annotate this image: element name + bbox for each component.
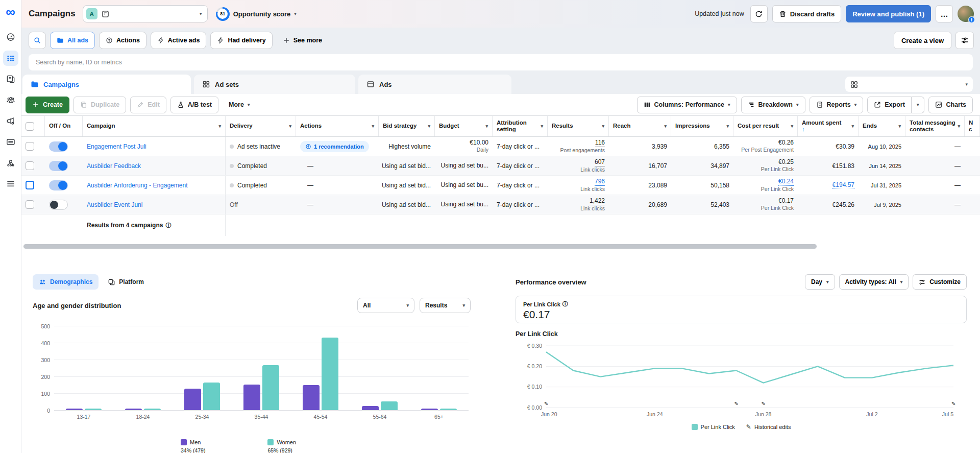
more-options-button[interactable]: … bbox=[936, 5, 953, 22]
sidebar-item-events-manager[interactable] bbox=[3, 155, 18, 171]
activity-types-select[interactable]: Activity types: All▾ bbox=[839, 274, 909, 290]
opportunity-score[interactable]: 81 Opportunity score ▾ bbox=[216, 7, 297, 21]
filter-all-ads[interactable]: All ads bbox=[50, 32, 95, 49]
campaign-toggle[interactable] bbox=[49, 180, 68, 190]
bar-women-18-24[interactable] bbox=[144, 409, 161, 410]
column-header-off-on[interactable]: Off / On bbox=[45, 116, 83, 136]
chevron-down-icon[interactable]: ▾ bbox=[849, 124, 854, 129]
bar-men-35-44[interactable] bbox=[243, 385, 260, 410]
row-checkbox[interactable] bbox=[26, 181, 34, 189]
column-header-bid-strategy[interactable]: Bid strategy▾ bbox=[379, 116, 435, 136]
bar-men-45-54[interactable] bbox=[303, 385, 320, 410]
tab-campaigns[interactable]: Campaigns bbox=[22, 75, 191, 94]
chevron-down-icon[interactable]: ▾ bbox=[370, 124, 374, 129]
bar-men-25-34[interactable] bbox=[184, 389, 201, 410]
avatar[interactable]: f bbox=[958, 6, 974, 22]
row-checkbox[interactable] bbox=[26, 161, 34, 170]
tab-ad-sets[interactable]: Ad sets bbox=[194, 75, 355, 94]
bar-women-35-44[interactable] bbox=[262, 365, 279, 410]
customize-button[interactable]: Customize bbox=[913, 274, 967, 290]
results-number[interactable]: 116 bbox=[595, 139, 605, 147]
breakdown-button[interactable]: Breakdown▾ bbox=[741, 97, 805, 113]
tab-ads[interactable]: Ads bbox=[358, 75, 511, 94]
column-header-campaign[interactable]: Campaign▾ bbox=[83, 116, 226, 136]
sidebar-item-ad-account-overview[interactable] bbox=[3, 30, 18, 45]
edit-button[interactable]: Edit bbox=[130, 97, 166, 113]
chevron-down-icon[interactable]: ▾ bbox=[216, 124, 221, 129]
sidebar-item-all-tools[interactable] bbox=[3, 176, 18, 192]
campaign-name-link[interactable]: Ausbilder Event Juni bbox=[87, 201, 142, 208]
chevron-down-icon[interactable]: ▾ bbox=[662, 124, 667, 129]
search-input[interactable] bbox=[29, 54, 973, 70]
campaign-name-link[interactable]: Engagement Post Juli bbox=[87, 143, 146, 150]
export-caret-button[interactable]: ▾ bbox=[912, 97, 925, 113]
campaign-toggle[interactable] bbox=[49, 141, 68, 152]
export-button[interactable]: Export bbox=[867, 97, 912, 113]
chevron-down-icon[interactable]: ▾ bbox=[426, 124, 430, 129]
tab-platform[interactable]: Platform bbox=[102, 274, 150, 290]
campaign-name-link[interactable]: Ausbilder Anforderung - Engagement bbox=[87, 182, 187, 189]
sidebar-item-audiences[interactable] bbox=[3, 92, 18, 108]
chevron-down-icon[interactable]: ▾ bbox=[483, 124, 488, 129]
charts-button[interactable]: Charts bbox=[928, 97, 973, 113]
filter-active-ads[interactable]: Active ads bbox=[151, 32, 207, 49]
bar-men-65+[interactable] bbox=[421, 409, 438, 410]
results-number[interactable]: 1,422 bbox=[590, 197, 605, 205]
day-select[interactable]: Day▾ bbox=[805, 274, 835, 290]
metric-card-per-link-click[interactable]: Per Link Click ⓘ €0.17 bbox=[516, 296, 967, 323]
create-button[interactable]: Create bbox=[26, 97, 69, 113]
filter-actions[interactable]: Actions bbox=[99, 32, 146, 49]
more-button[interactable]: More▾ bbox=[223, 97, 256, 113]
recommendation-pill[interactable]: 1 recommendation bbox=[300, 141, 369, 152]
select-all-checkbox[interactable] bbox=[26, 122, 34, 131]
tab-demographics[interactable]: Demographics bbox=[33, 274, 99, 290]
column-header-reach[interactable]: Reach▾ bbox=[609, 116, 671, 136]
bar-women-25-34[interactable] bbox=[203, 383, 220, 410]
review-publish-button[interactable]: Review and publish (1) bbox=[846, 5, 931, 22]
column-header-impressions[interactable]: Impressions▾ bbox=[671, 116, 733, 136]
results-number[interactable]: 607 bbox=[595, 158, 605, 166]
chevron-down-icon[interactable]: ▾ bbox=[600, 124, 604, 129]
columns-button[interactable]: Columns: Performance▾ bbox=[637, 97, 737, 113]
bar-men-13-17[interactable] bbox=[66, 409, 83, 410]
chevron-down-icon[interactable]: ▾ bbox=[955, 124, 960, 129]
demographics-metric-select[interactable]: Results▾ bbox=[420, 298, 471, 313]
refresh-button[interactable] bbox=[750, 5, 768, 22]
column-header-attribution-setting[interactable]: Attribution setting▾ bbox=[493, 116, 548, 136]
filter-had-delivery[interactable]: Had delivery bbox=[210, 32, 272, 49]
create-view-button[interactable]: Create a view bbox=[894, 32, 951, 49]
sidebar-item-billing[interactable] bbox=[3, 134, 18, 150]
results-number[interactable]: 796 bbox=[595, 178, 605, 186]
duplicate-button[interactable]: Duplicate bbox=[74, 97, 126, 113]
row-checkbox[interactable] bbox=[26, 142, 34, 151]
campaign-toggle[interactable] bbox=[49, 161, 68, 171]
column-header-cost-per-result[interactable]: Cost per result▾ bbox=[733, 116, 798, 136]
campaign-toggle[interactable] bbox=[49, 200, 68, 210]
sidebar-item-campaigns[interactable] bbox=[3, 51, 18, 66]
bar-women-13-17[interactable] bbox=[85, 409, 102, 410]
chevron-down-icon[interactable]: ▾ bbox=[287, 124, 291, 129]
discard-drafts-button[interactable]: Discard drafts bbox=[772, 5, 841, 22]
reports-button[interactable]: Reports▾ bbox=[810, 97, 864, 113]
sidebar-item-ads-reporting[interactable] bbox=[3, 71, 18, 87]
amount-spent-value[interactable]: €194.57 bbox=[832, 181, 854, 189]
column-header-budget[interactable]: Budget▾ bbox=[435, 116, 493, 136]
bar-men-55-64[interactable] bbox=[362, 406, 379, 410]
column-header-actions[interactable]: Actions▾ bbox=[296, 116, 379, 136]
chevron-down-icon[interactable]: ▾ bbox=[724, 124, 729, 129]
row-checkbox[interactable] bbox=[26, 200, 34, 209]
account-selector[interactable]: A ▾ bbox=[83, 5, 208, 22]
bar-men-18-24[interactable] bbox=[125, 409, 142, 410]
bar-women-45-54[interactable] bbox=[322, 338, 338, 410]
demographics-filter-all[interactable]: All▾ bbox=[357, 298, 414, 313]
filters-settings-button[interactable] bbox=[955, 32, 974, 49]
column-header-results[interactable]: Results▾ bbox=[548, 116, 609, 136]
bar-women-55-64[interactable] bbox=[381, 401, 398, 410]
cost-number[interactable]: €0.24 bbox=[778, 178, 794, 186]
campaign-name-link[interactable]: Ausbilder Feedback bbox=[87, 162, 141, 170]
ab-test-button[interactable]: A/B test bbox=[170, 97, 218, 113]
view-grid-selector[interactable]: ▾ bbox=[845, 77, 973, 92]
column-header-amount-spent[interactable]: Amount spent↑▾ bbox=[798, 116, 859, 136]
bar-women-65+[interactable] bbox=[440, 409, 457, 410]
column-header-delivery[interactable]: Delivery▾ bbox=[226, 116, 296, 136]
